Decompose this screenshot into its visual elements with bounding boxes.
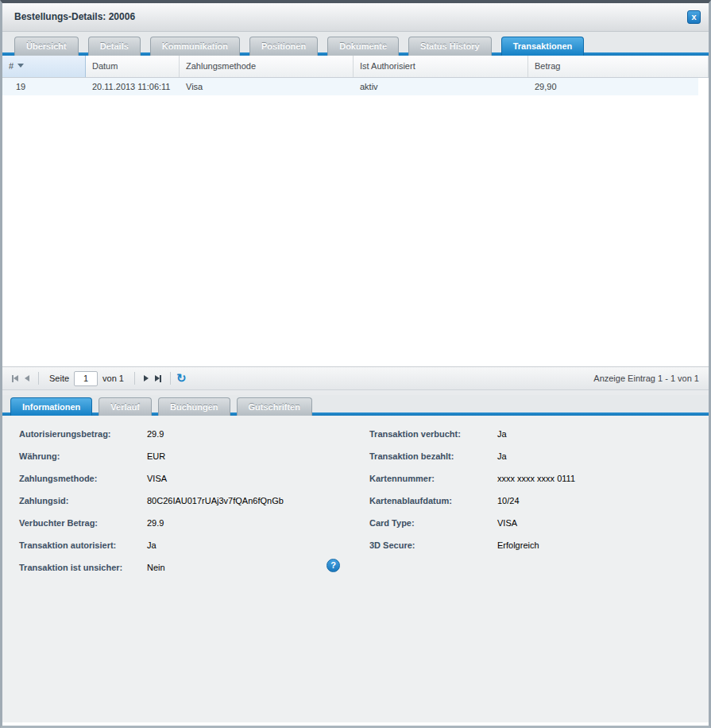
information-panel: Autorisierungsbetrag:29.9 Währung:EUR Za… [2,416,709,722]
cell-betrag: 29,90 [528,78,698,95]
table-row[interactable]: 19 20.11.2013 11:06:11 Visa aktiv 29,90 [2,78,698,95]
tab-informationen[interactable]: Informationen [10,397,92,416]
field-label: Zahlungsmethode: [19,474,147,496]
field-value: Ja [147,540,156,563]
page-label: Seite [49,374,69,383]
field-label: Kartennummer: [369,474,497,496]
field-value: 10/24 [497,496,520,518]
window-titlebar: Bestellungs-Details: 20006 x [2,3,709,32]
refresh-icon[interactable]: ↻ [176,372,187,385]
field-label: Transaktion bezahlt: [369,451,497,474]
tab-transaktionen[interactable]: Transaktionen [501,37,585,56]
paging-toolbar: Seite von 1 ↻ Anzeige Eintrag 1 - 1 von … [2,366,709,390]
field-value: 80C26IAU017rUAj3v7fQAn6fQnGb [147,496,284,518]
cell-zahlungsmethode: Visa [180,78,354,95]
help-icon[interactable]: ? [327,559,340,572]
field-value: VISA [497,518,517,540]
first-page-icon[interactable] [9,374,21,384]
display-range-text: Anzeige Eintrag 1 - 1 von 1 [593,374,702,383]
last-page-icon[interactable] [152,374,164,384]
field-label: Zahlungsid: [19,496,147,518]
info-column-left: Autorisierungsbetrag:29.9 Währung:EUR Za… [19,429,358,585]
tab-gutschriften[interactable]: Gutschriften [237,397,312,416]
field-label: 3D Secure: [369,540,497,563]
tab-verlauf[interactable]: Verlauf [99,397,152,416]
page-input[interactable] [74,371,98,386]
field-label: Währung: [19,451,147,474]
tab-positionen[interactable]: Positionen [249,37,318,56]
field-value: 29.9 [147,429,164,451]
transaction-detail-tabs: Informationen Verlauf Buchungen Gutschri… [2,395,709,416]
field-value: xxxx xxxx xxxx 0111 [497,474,575,496]
field-label: Transaktion autorisiert: [19,540,147,563]
field-label: Transaktion ist unsicher: [19,563,147,585]
column-header-zahlungsmethode[interactable]: Zahlungsmethode [180,56,354,77]
tab-kommunikation[interactable]: Kommunikation [150,37,240,56]
column-header-datum[interactable]: Datum [86,56,180,77]
order-details-window: Bestellungs-Details: 20006 x Übersicht D… [0,0,711,728]
field-value: 29.9 [147,518,164,540]
cell-id: 19 [2,78,86,95]
field-label: Card Type: [369,518,497,540]
field-label: Transaktion verbucht: [369,429,497,451]
tab-details[interactable]: Details [88,37,141,56]
toolbar-separator [38,372,39,385]
close-icon[interactable]: x [687,10,701,24]
page-count-label: von 1 [102,374,124,383]
transactions-table-header: # Datum Zahlungsmethode Ist Authorisiert… [2,56,709,78]
field-label: Kartenablaufdatum: [369,496,497,518]
order-tabs: Übersicht Details Kommunikation Position… [2,32,709,56]
column-header-ist-authorisiert[interactable]: Ist Authorisiert [354,56,528,77]
field-value: Erfolgreich [497,540,539,563]
column-header-betrag[interactable]: Betrag [528,56,709,77]
field-value: EUR [147,451,165,474]
tab-status-history[interactable]: Status History [408,37,492,56]
window-title: Bestellungs-Details: 20006 [2,3,709,31]
toolbar-separator [170,372,171,385]
tab-uebersicht[interactable]: Übersicht [14,37,79,56]
sort-desc-icon [17,64,24,68]
field-value: Ja [497,451,507,474]
transactions-table-body: 19 20.11.2013 11:06:11 Visa aktiv 29,90 [2,78,709,366]
next-page-icon[interactable] [141,374,152,383]
cell-datum: 20.11.2013 11:06:11 [86,78,180,95]
field-value: Nein [147,563,165,585]
info-column-right: Transaktion verbucht:Ja Transaktion beza… [369,429,709,585]
field-label: Verbuchter Betrag: [19,518,147,540]
previous-page-icon[interactable] [21,374,33,383]
field-value: VISA [147,474,167,496]
tab-dokumente[interactable]: Dokumente [327,37,399,56]
cell-ist-authorisiert: aktiv [354,78,528,95]
column-header-id[interactable]: # [2,56,86,77]
transaction-info-form: Autorisierungsbetrag:29.9 Währung:EUR Za… [2,416,709,585]
toolbar-separator [134,372,135,385]
tab-buchungen[interactable]: Buchungen [158,397,230,416]
field-label: Autorisierungsbetrag: [19,429,147,451]
field-value: Ja [497,429,507,451]
